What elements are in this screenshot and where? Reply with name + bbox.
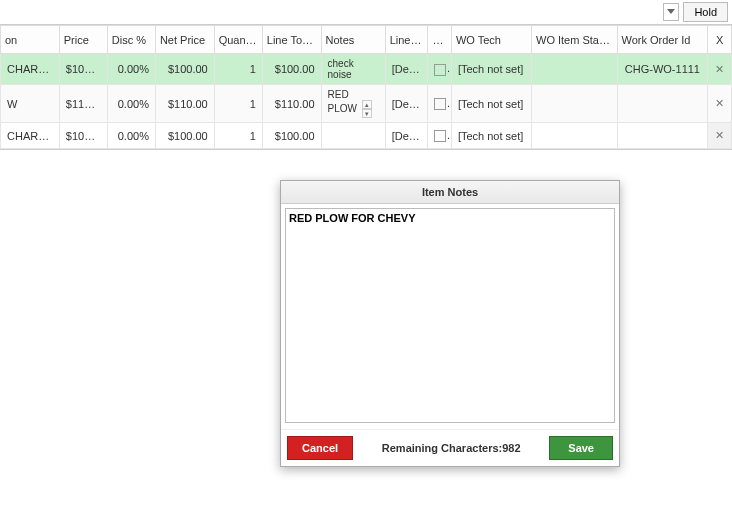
- cell-wostatus: [532, 85, 617, 123]
- cell-linetotal: $100.00: [262, 123, 321, 149]
- cell-qty: 1: [214, 123, 262, 149]
- hold-button[interactable]: Hold: [683, 2, 728, 22]
- dialog-body: [281, 204, 619, 429]
- chevron-down-icon: [667, 9, 675, 15]
- col-price[interactable]: Price: [59, 26, 107, 54]
- cell-net: $100.00: [155, 54, 214, 85]
- cell-wotech: [Tech not set]: [451, 123, 531, 149]
- cell-qty: 1: [214, 54, 262, 85]
- cell-notes[interactable]: [321, 123, 385, 149]
- table-row[interactable]: CHARGE… $100… 0.00% $100.00 1 $100.00 ch…: [1, 54, 732, 85]
- cell-linetotal: $100.00: [262, 54, 321, 85]
- cell-wostatus: [532, 123, 617, 149]
- cell-disc: 0.00%: [107, 54, 155, 85]
- cell-woid: [617, 123, 708, 149]
- checkbox-icon: [434, 130, 446, 142]
- col-desc[interactable]: on: [1, 26, 60, 54]
- col-disc[interactable]: Disc %: [107, 26, 155, 54]
- row-delete[interactable]: ✕: [708, 123, 732, 149]
- save-button[interactable]: Save: [549, 436, 613, 460]
- cell-lineid: [Def…: [385, 54, 428, 85]
- cell-check[interactable]: [428, 85, 452, 123]
- col-qty[interactable]: Quan…: [214, 26, 262, 54]
- top-bar: Hold: [0, 0, 732, 25]
- cell-desc: W: [1, 85, 60, 123]
- cell-disc: 0.00%: [107, 85, 155, 123]
- col-x[interactable]: X: [708, 26, 732, 54]
- dialog-footer: Cancel Remaining Characters:982 Save: [281, 429, 619, 466]
- spinner-up-icon[interactable]: ▴: [362, 100, 372, 109]
- cell-woid: [617, 85, 708, 123]
- cell-price: $110…: [59, 85, 107, 123]
- grid-area: on Price Disc % Net Price Quan… Line To……: [0, 25, 732, 150]
- col-wostatus[interactable]: WO Item Status: [532, 26, 617, 54]
- notes-textarea[interactable]: [285, 208, 615, 423]
- cell-net: $100.00: [155, 123, 214, 149]
- cell-linetotal: $110.00: [262, 85, 321, 123]
- checkbox-icon: [434, 64, 446, 76]
- cell-desc: CHARGE…: [1, 123, 60, 149]
- col-check[interactable]: …: [428, 26, 452, 54]
- remaining-characters: Remaining Characters:982: [363, 442, 539, 454]
- dropdown-toggle[interactable]: [663, 3, 679, 21]
- items-table: on Price Disc % Net Price Quan… Line To……: [0, 25, 732, 149]
- col-woid[interactable]: Work Order Id: [617, 26, 708, 54]
- cell-lineid: [Def…: [385, 85, 428, 123]
- cell-woid: CHG-WO-1111: [617, 54, 708, 85]
- cell-notes[interactable]: RED PLOW ▴ ▾: [321, 85, 385, 123]
- cell-disc: 0.00%: [107, 123, 155, 149]
- notes-spinner[interactable]: ▴ ▾: [362, 100, 372, 118]
- notes-text: RED PLOW: [328, 89, 357, 114]
- cell-price: $100…: [59, 54, 107, 85]
- table-row[interactable]: CHARGE… $100… 0.00% $100.00 1 $100.00 [D…: [1, 123, 732, 149]
- table-header: on Price Disc % Net Price Quan… Line To……: [1, 26, 732, 54]
- spinner-down-icon[interactable]: ▾: [362, 109, 372, 118]
- table-row[interactable]: W $110… 0.00% $110.00 1 $110.00 RED PLOW…: [1, 85, 732, 123]
- cell-lineid: [Def…: [385, 123, 428, 149]
- cell-notes[interactable]: check noise: [321, 54, 385, 85]
- col-net[interactable]: Net Price: [155, 26, 214, 54]
- dialog-title: Item Notes: [281, 181, 619, 204]
- row-delete[interactable]: ✕: [708, 85, 732, 123]
- cell-desc: CHARGE…: [1, 54, 60, 85]
- cell-qty: 1: [214, 85, 262, 123]
- cell-check[interactable]: [428, 54, 452, 85]
- col-wotech[interactable]: WO Tech: [451, 26, 531, 54]
- cell-wostatus: [532, 54, 617, 85]
- item-notes-dialog: Item Notes Cancel Remaining Characters:9…: [280, 180, 620, 467]
- col-lineid[interactable]: Line I…: [385, 26, 428, 54]
- row-delete[interactable]: ✕: [708, 54, 732, 85]
- col-linetotal[interactable]: Line To…: [262, 26, 321, 54]
- cell-price: $100…: [59, 123, 107, 149]
- checkbox-icon: [434, 98, 446, 110]
- cell-wotech: [Tech not set]: [451, 54, 531, 85]
- cell-wotech: [Tech not set]: [451, 85, 531, 123]
- cell-check[interactable]: [428, 123, 452, 149]
- cell-net: $110.00: [155, 85, 214, 123]
- col-notes[interactable]: Notes: [321, 26, 385, 54]
- cancel-button[interactable]: Cancel: [287, 436, 353, 460]
